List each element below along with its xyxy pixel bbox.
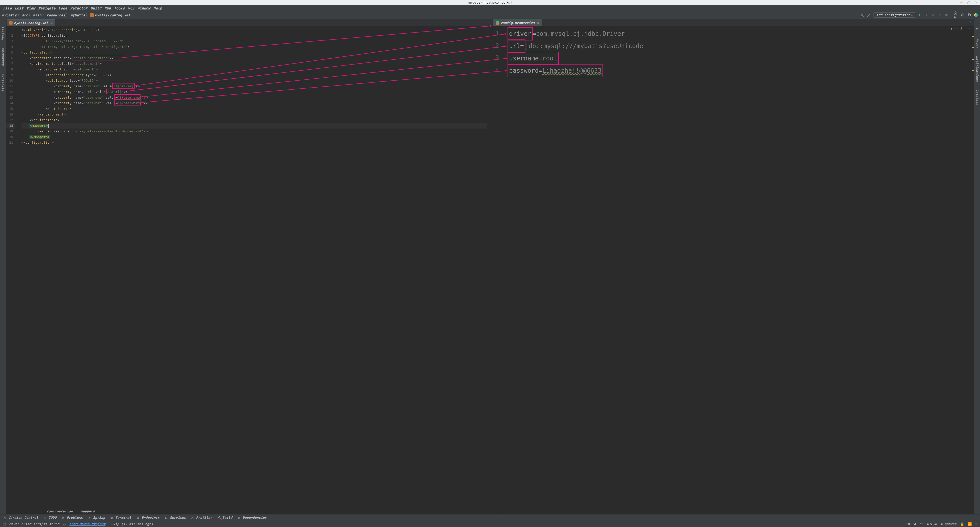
code-line-14[interactable]: <property name="password" value="${passw… <box>22 100 490 106</box>
coverage-icon[interactable]: ⟳ <box>931 13 935 17</box>
code-line-12[interactable]: <property name="url" value="${url}"/> <box>22 89 490 95</box>
crumb-configuration[interactable]: configuration <box>46 509 73 513</box>
tab-myatis-confog[interactable]: myatis-confog.xml × <box>6 19 55 26</box>
translate-icon[interactable]: 文A <box>954 13 958 17</box>
lock-icon[interactable]: 🔒 <box>960 522 964 526</box>
code-line-20[interactable]: </mappers> <box>22 134 490 140</box>
code-area[interactable]: driver=com.mysql.cj.jdbc.Driverurl=jdbc:… <box>503 26 974 514</box>
chevron-up-icon[interactable]: ︿ <box>964 27 966 30</box>
property-line-driver[interactable]: driver=com.mysql.cj.jdbc.Driver <box>508 27 974 40</box>
menu-build[interactable]: Build <box>89 6 102 11</box>
inspection-summary[interactable]: ▲4 ✔2 ︿ ﹀ <box>951 27 971 30</box>
code-line-8[interactable]: <environment id="development"> <box>22 67 490 72</box>
status-encoding[interactable]: UTF-8 <box>927 522 937 526</box>
tab-config-properties[interactable]: config.properties × <box>493 19 542 26</box>
code-line-7[interactable]: <environments default="development"> <box>22 61 490 67</box>
close-tab-icon[interactable]: × <box>51 21 53 25</box>
minimize-icon[interactable]: — <box>958 1 964 4</box>
tool-database[interactable]: Database <box>975 89 979 105</box>
debug-icon[interactable]: ⌖ <box>924 13 929 17</box>
tool-dependencies[interactable]: ⧉Dependencies <box>238 516 267 519</box>
tool-version-control[interactable]: ⌥Version Control <box>3 516 38 519</box>
menu-code[interactable]: Code <box>57 6 68 11</box>
code-line-19[interactable]: <mapper resource="org/mybatis/example/Bl… <box>22 129 490 134</box>
tool-endpoints[interactable]: ⇄Endpoints <box>137 516 159 519</box>
crumb-src[interactable]: src <box>22 13 28 17</box>
chevron-down-icon[interactable]: ﹀ <box>968 27 971 30</box>
close-tab-icon[interactable]: × <box>537 21 539 25</box>
property-line-url[interactable]: url=jdbc:mysql:///mybatis?useUnicode <box>508 40 974 52</box>
code-line-6[interactable]: <properties resource="config.properties"… <box>22 55 490 61</box>
user-icon[interactable] <box>860 13 864 17</box>
line-gutter[interactable]: 123456789101112131415161718192021 <box>6 26 15 508</box>
crumb-main[interactable]: main <box>33 13 41 17</box>
tool-profiler[interactable]: ◔Profiler <box>191 516 212 519</box>
property-line-username[interactable]: username=root <box>508 52 974 64</box>
tool-project[interactable]: Project <box>1 27 5 40</box>
menu-file[interactable]: File <box>2 6 13 11</box>
code-line-21[interactable]: </configuration> <box>22 140 490 145</box>
tool-services[interactable]: ▶Services <box>165 516 186 519</box>
code-line-1[interactable]: <?xml version="1.0" encoding="UTF-8" ?> <box>22 27 490 33</box>
tool-terminal[interactable]: ▣Terminal <box>111 516 131 519</box>
code-line-16[interactable]: </environment> <box>22 111 490 117</box>
tool-todo[interactable]: ≡TODO <box>44 516 56 519</box>
code-area[interactable]: <?xml version="1.0" encoding="UTF-8" ?><… <box>19 26 490 508</box>
tool-structure[interactable]: Structure <box>1 74 5 92</box>
jetbrains-icon[interactable] <box>974 13 978 17</box>
menu-help[interactable]: Help <box>152 6 163 11</box>
code-line-2[interactable]: <!DOCTYPE configuration <box>22 33 490 38</box>
menu-tools[interactable]: Tools <box>113 6 126 11</box>
crumb-mappers[interactable]: mappers <box>81 509 95 513</box>
line-gutter[interactable]: 1234 <box>490 26 503 514</box>
code-line-9[interactable]: <transactionManager type="JDBC"/> <box>22 72 490 78</box>
add-configuration-button[interactable]: Add Configuration… <box>873 12 915 18</box>
tool-bookmarks[interactable]: Bookmarks <box>1 48 5 66</box>
skip-link[interactable]: Skip (17 minutes ago) <box>111 522 153 526</box>
gear-icon[interactable] <box>967 13 971 17</box>
inspection-stripe[interactable] <box>971 26 974 514</box>
menu-edit[interactable]: Edit <box>14 6 25 11</box>
code-line-3[interactable]: PUBLIC "-//mybatis.org//DTD Config 3.0//… <box>22 38 490 44</box>
code-line-15[interactable]: </dataSource> <box>22 106 490 111</box>
fold-gutter[interactable] <box>15 26 19 508</box>
hammer-icon[interactable] <box>867 13 871 17</box>
menu-refactor[interactable]: Refactor <box>69 6 88 11</box>
status-line-ending[interactable]: LF <box>920 522 923 526</box>
menu-navigate[interactable]: Navigate <box>37 6 56 11</box>
breadcrumb[interactable]: mybatis〉src〉main〉resources〉mybatis〉myati… <box>2 13 130 18</box>
property-line-password[interactable]: password=Lihaozhe!!@@6633 <box>508 64 974 76</box>
menu-view[interactable]: View <box>25 6 36 11</box>
crumb-mybatis[interactable]: mybatis <box>70 13 85 17</box>
tool-build[interactable]: 🔨Build <box>218 516 232 519</box>
crumb-myatis-confog.xml[interactable]: myatis-confog.xml <box>95 13 130 17</box>
network-icon[interactable]: 📶 <box>968 522 972 526</box>
tab-options-icon[interactable]: ⋮ <box>969 21 973 25</box>
run-icon[interactable] <box>918 13 922 17</box>
editor-breadcrumbs[interactable]: configuration › mappers <box>6 508 490 514</box>
code-line-13[interactable]: <property name="username" value="${usern… <box>22 95 490 100</box>
tool-problems[interactable]: ⊘Problems <box>62 516 83 519</box>
tab-options-icon[interactable]: ⋮ <box>485 21 488 25</box>
tool-notifications[interactable]: Notifications <box>975 56 979 82</box>
profile-icon[interactable]: ◔ <box>938 13 942 17</box>
status-indent[interactable]: 4 spaces <box>940 522 957 526</box>
stop-icon[interactable]: ■ <box>944 13 948 17</box>
maximize-icon[interactable]: ▢ <box>966 1 972 4</box>
code-line-11[interactable]: <property name="driver" value="${driver}… <box>22 83 490 89</box>
inspection-stripe[interactable]: ✓ <box>487 26 490 508</box>
code-line-17[interactable]: </environments> <box>22 117 490 123</box>
xml-editor[interactable]: 123456789101112131415161718192021 <?xml … <box>6 26 490 508</box>
code-line-18[interactable]: <mappers> <box>22 123 490 129</box>
menu-run[interactable]: Run <box>103 6 112 11</box>
crumb-mybatis[interactable]: mybatis <box>2 13 17 17</box>
code-line-5[interactable]: <configuration> <box>22 50 490 55</box>
close-icon[interactable]: ✕ <box>974 1 979 4</box>
menu-window[interactable]: Window <box>137 6 151 11</box>
code-line-10[interactable]: <dataSource type="POOLED"> <box>22 78 490 83</box>
tool-maven[interactable]: Maven <box>975 38 979 48</box>
crumb-resources[interactable]: resources <box>46 13 65 17</box>
menu-vcs[interactable]: VCS <box>127 6 135 11</box>
search-icon[interactable] <box>961 13 965 17</box>
load-maven-link[interactable]: Load Maven Project <box>69 522 105 526</box>
